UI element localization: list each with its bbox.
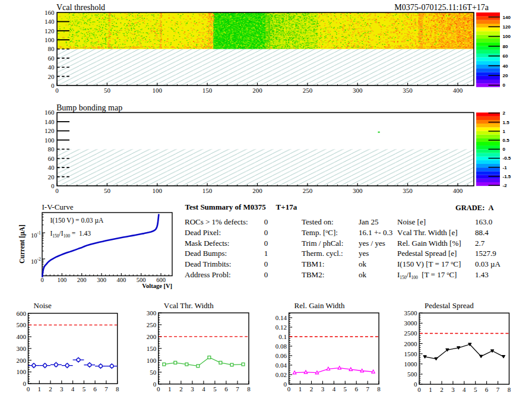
svg-text:160: 160 (45, 9, 55, 16)
svg-text:2000: 2000 (404, 340, 418, 347)
svg-text:100: 100 (57, 277, 66, 283)
svg-text:80: 80 (48, 45, 55, 52)
svg-text:160: 160 (45, 109, 55, 116)
svg-text:150: 150 (202, 187, 213, 194)
svg-text:8: 8 (377, 385, 381, 392)
svg-text:1: 1 (38, 385, 42, 392)
svg-text:4: 4 (202, 385, 205, 392)
svg-text:7: 7 (236, 385, 239, 392)
svg-text:3500: 3500 (404, 309, 418, 316)
svg-text:20: 20 (48, 73, 55, 80)
svg-text:100: 100 (45, 36, 55, 43)
svg-text:8: 8 (508, 386, 511, 393)
svg-text:0: 0 (264, 228, 268, 237)
svg-text:7: 7 (104, 385, 108, 392)
svg-text:200: 200 (252, 87, 262, 94)
svg-text:3: 3 (321, 385, 325, 392)
svg-text:-0.5: -0.5 (503, 156, 511, 161)
svg-text:Noise: Noise (34, 301, 52, 310)
svg-text:Current [µA]: Current [µA] (18, 224, 26, 264)
svg-text:0: 0 (287, 385, 291, 392)
svg-text:GRADE: A: GRADE: A (455, 204, 494, 212)
svg-text:1: 1 (429, 386, 432, 393)
svg-text:M0375-070125.11:16T+17a: M0375-070125.11:16T+17a (394, 3, 489, 12)
svg-text:Pedestal Spread: Pedestal Spread (425, 301, 474, 310)
svg-text:200: 200 (17, 357, 27, 364)
svg-text:400: 400 (116, 277, 126, 283)
svg-text:0: 0 (157, 385, 160, 392)
svg-text:6: 6 (224, 385, 228, 392)
svg-text:7: 7 (366, 385, 369, 392)
svg-text:100: 100 (17, 368, 27, 375)
svg-text:600: 600 (17, 310, 27, 317)
svg-text:Trim / phCal:: Trim / phCal: (302, 239, 343, 248)
svg-text:200: 200 (252, 187, 262, 194)
svg-text:Rel. Gain Width: Rel. Gain Width (294, 301, 345, 310)
svg-text:150: 150 (147, 345, 157, 352)
svg-text:-2: -2 (503, 183, 508, 188)
svg-text:1: 1 (299, 385, 302, 392)
svg-text:Vcal Thr. Width [e]: Vcal Thr. Width [e] (397, 228, 458, 237)
svg-text:4: 4 (71, 385, 75, 392)
svg-text:0: 0 (51, 82, 55, 89)
svg-text:80: 80 (48, 145, 55, 153)
svg-text:6: 6 (485, 386, 489, 393)
svg-text:100: 100 (503, 34, 511, 39)
svg-text:2: 2 (179, 385, 183, 392)
svg-text:500: 500 (407, 370, 417, 378)
svg-text:120: 120 (45, 127, 55, 134)
svg-text:1: 1 (168, 385, 172, 392)
svg-text:50: 50 (150, 369, 157, 376)
svg-text:Voltage [V]: Voltage [V] (142, 283, 172, 289)
svg-text:3000: 3000 (404, 319, 418, 327)
svg-text:3: 3 (191, 385, 194, 392)
svg-text:40: 40 (48, 164, 55, 171)
svg-text:0.08: 0.08 (276, 343, 287, 350)
svg-text:-1: -1 (503, 165, 508, 170)
svg-text:4: 4 (332, 385, 336, 392)
svg-text:2: 2 (503, 110, 506, 116)
svg-text:0.02: 0.02 (276, 371, 287, 378)
svg-text:2500: 2500 (404, 330, 418, 337)
svg-text:yes / yes: yes / yes (359, 239, 385, 248)
svg-text:0: 0 (51, 182, 55, 189)
svg-text:Vcal Thr. Width: Vcal Thr. Width (164, 301, 214, 310)
svg-text:20: 20 (503, 73, 508, 78)
svg-text:0: 0 (414, 381, 417, 388)
svg-text:350: 350 (403, 87, 413, 94)
svg-text:ok: ok (359, 259, 367, 268)
svg-text:250: 250 (303, 187, 313, 194)
svg-text:20: 20 (48, 173, 55, 180)
svg-text:500: 500 (17, 321, 27, 328)
svg-text:3: 3 (451, 386, 455, 393)
svg-text:350: 350 (403, 187, 413, 194)
svg-text:I(150 V) = 0.03 µA: I(150 V) = 0.03 µA (50, 217, 104, 224)
svg-text:0: 0 (503, 83, 506, 88)
svg-text:4: 4 (463, 386, 466, 393)
svg-text:300: 300 (17, 345, 27, 352)
svg-text:ROCs > 1% defects:: ROCs > 1% defects: (185, 217, 248, 226)
svg-text:100: 100 (45, 137, 55, 144)
svg-text:400: 400 (453, 87, 463, 94)
svg-text:16.1 +- 0.3: 16.1 +- 0.3 (359, 228, 392, 237)
svg-text:I-V-Curve: I-V-Curve (42, 202, 74, 211)
svg-text:5: 5 (474, 386, 477, 393)
svg-text:0: 0 (40, 277, 43, 283)
svg-text:Dead Trimbits:: Dead Trimbits: (185, 259, 231, 268)
svg-text:120: 120 (45, 27, 55, 34)
svg-text:2.7: 2.7 (475, 239, 485, 248)
svg-text:0.1: 0.1 (278, 333, 287, 340)
svg-text:-1.5: -1.5 (503, 174, 511, 179)
svg-text:100: 100 (153, 187, 163, 194)
svg-text:TBM2:: TBM2: (302, 270, 324, 279)
svg-text:0: 0 (55, 87, 59, 94)
svg-text:5: 5 (83, 385, 86, 392)
svg-text:200: 200 (147, 333, 157, 340)
svg-text:300: 300 (353, 87, 363, 94)
svg-text:88.4: 88.4 (475, 228, 489, 237)
svg-text:60: 60 (48, 55, 55, 62)
svg-text:1.43: 1.43 (475, 270, 489, 279)
svg-text:400: 400 (17, 333, 27, 340)
svg-text:7: 7 (496, 386, 500, 393)
svg-text:yes: yes (359, 249, 369, 258)
